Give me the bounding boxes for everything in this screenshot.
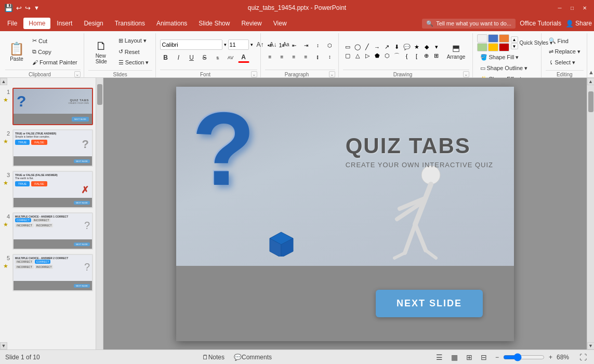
slide-thumb-3[interactable]: 3 ★ TRUE or FALSE (FALSE ANSWER) The ear… [3, 171, 93, 208]
replace-btn[interactable]: ⇌ Replace ▾ [546, 47, 584, 57]
menu-view[interactable]: View [268, 18, 292, 29]
copy-btn[interactable]: ⧉ Copy [29, 47, 81, 57]
shape-bracket[interactable]: [ [412, 52, 421, 60]
shape-diamond[interactable]: ◆ [422, 43, 431, 51]
slide-img-3[interactable]: TRUE or FALSE (FALSE ANSWER) The earth i… [12, 171, 93, 208]
slide-thumb-4[interactable]: 4 ★ MULTIPLE CHOICE - ANSWER 1 CORRECT C… [3, 212, 93, 250]
menu-transitions[interactable]: Transitions [110, 18, 150, 29]
shape-minus[interactable]: ⊞ [432, 52, 441, 60]
panel-scroll-up[interactable]: ▲ [0, 78, 7, 85]
maximize-btn[interactable]: □ [567, 3, 577, 12]
shape-arrow[interactable]: → [373, 43, 382, 51]
bullets-btn[interactable]: •≡ [265, 41, 275, 50]
panel-thumb[interactable] [97, 84, 102, 105]
char-spacing-btn[interactable]: AV [225, 52, 236, 63]
redo-btn[interactable]: ↪ [25, 4, 31, 12]
shape-curve[interactable]: ⌒ [392, 52, 402, 60]
clipboard-expand[interactable]: ⌄ [74, 71, 81, 77]
menu-slideshow[interactable]: Slide Show [193, 18, 235, 29]
shape-rect[interactable]: ▭ [343, 43, 352, 51]
minimize-btn[interactable]: ─ [555, 3, 565, 12]
font-size-input[interactable] [228, 39, 249, 50]
share-btn[interactable]: 👤 Share [565, 20, 592, 28]
presentation-btn[interactable]: ⊟ [479, 352, 489, 362]
align-center-btn[interactable]: ≡ [277, 52, 287, 61]
decrease-indent-btn[interactable]: ⇤ [289, 41, 299, 50]
align-right-btn[interactable]: ≡ [289, 52, 299, 61]
zoom-slider[interactable] [503, 354, 545, 361]
font-color-btn[interactable]: A [238, 52, 249, 63]
align-left-btn[interactable]: ≡ [265, 52, 275, 61]
shadow-btn[interactable]: s [212, 52, 223, 63]
section-btn[interactable]: ☰ Section ▾ [115, 58, 152, 68]
style-swatch-5[interactable] [488, 43, 498, 51]
menu-review[interactable]: Review [236, 18, 267, 29]
next-slide-btn[interactable]: NEXT SLIDE [376, 290, 483, 317]
menu-home[interactable]: Home [23, 18, 50, 29]
normal-view-btn[interactable]: ☰ [434, 352, 445, 362]
shape-fill-btn[interactable]: 🪣 Shape Fill ▾ [477, 52, 552, 62]
italic-btn[interactable]: I [173, 52, 184, 63]
ribbon-collapse-btn[interactable]: ▲ [588, 33, 594, 77]
zoom-in-btn[interactable]: + [547, 353, 555, 362]
style-swatch-4[interactable] [477, 43, 487, 51]
underline-btn[interactable]: U [186, 52, 197, 63]
search-box[interactable]: 🔍 Tell me what you want to do... [422, 19, 516, 29]
line-spacing-btn[interactable]: ↕ [325, 52, 335, 61]
styles-up-btn[interactable]: ▲ [511, 36, 518, 43]
shape-more[interactable]: ▾ [432, 43, 441, 51]
shape-rtarrow[interactable]: ▷ [363, 52, 372, 60]
arrange-btn[interactable]: ⬒ Arrange [443, 41, 469, 62]
shape-hex[interactable]: ⬡ [382, 52, 392, 60]
bold-btn[interactable]: B [160, 52, 171, 63]
numbered-btn[interactable]: 1≡ [277, 41, 287, 50]
menu-design[interactable]: Design [78, 18, 108, 29]
reset-btn[interactable]: ↺ Reset [115, 47, 152, 57]
slide-sorter-btn[interactable]: ▦ [449, 352, 460, 362]
shape-connector[interactable]: ↗ [382, 43, 392, 51]
para-expand[interactable]: ⌄ [329, 71, 335, 77]
justify-btn[interactable]: ≡ [301, 52, 311, 61]
paste-btn[interactable]: 📋 Paste [5, 39, 28, 64]
right-thumb[interactable] [588, 91, 593, 112]
quick-access-icon[interactable]: ▼ [34, 5, 39, 11]
drawing-expand[interactable]: ⌄ [463, 71, 469, 77]
slide-thumb-1[interactable]: 1 ★ ? QUIZ TABS CREATE YOUR OWN [3, 88, 93, 125]
columns-btn[interactable]: ⫿ [313, 52, 323, 61]
strikethrough-btn[interactable]: S [199, 52, 210, 63]
new-slide-btn[interactable]: 🗋 NewSlide [88, 37, 114, 67]
style-swatch-6[interactable] [499, 43, 509, 51]
font-family-input[interactable] [160, 39, 222, 50]
slide-thumb-2[interactable]: 2 ★ TRUE or FALSE (TRUE ANSWER) Simple i… [3, 129, 93, 167]
style-swatch-2[interactable] [488, 34, 498, 43]
shape-down-arr[interactable]: ⬇ [392, 43, 402, 51]
slide-thumb-5[interactable]: 5 ★ MULTIPLE CHOICE - ANSWER 2 CORRECT I… [3, 254, 93, 291]
font-size-arrow[interactable]: ▾ [250, 42, 253, 47]
text-direction-btn[interactable]: ↕ [313, 41, 323, 50]
close-btn[interactable]: ✕ [579, 3, 590, 12]
slide-img-5[interactable]: MULTIPLE CHOICE - ANSWER 2 CORRECT INCOR… [12, 254, 93, 291]
comments-btn[interactable]: 💬 Comments [232, 353, 274, 362]
zoom-out-btn[interactable]: − [493, 353, 501, 362]
font-expand[interactable]: ⌄ [251, 71, 257, 77]
shape-outline-btn[interactable]: ▭ Shape Outline ▾ [477, 63, 552, 73]
font-family-arrow[interactable]: ▾ [224, 42, 227, 47]
slide-img-2[interactable]: TRUE or FALSE (TRUE ANSWER) Simple is be… [12, 129, 93, 167]
shape-circle[interactable]: ◯ [353, 43, 362, 51]
layout-btn[interactable]: ⊞ Layout ▾ [115, 36, 152, 46]
shape-star[interactable]: ★ [412, 43, 421, 51]
cut-btn[interactable]: ✂ Cut [29, 36, 81, 46]
menu-animations[interactable]: Animations [151, 18, 192, 29]
shape-line[interactable]: ╱ [363, 43, 372, 51]
convert-smartart-btn[interactable]: ⬡ [325, 41, 335, 50]
style-swatch-1[interactable] [477, 34, 487, 43]
slide-img-1[interactable]: ? QUIZ TABS CREATE YOUR OWN NEXT SLIDE [12, 88, 93, 125]
menu-insert[interactable]: Insert [51, 18, 77, 29]
office-tutorials-btn[interactable]: Office Tutorials [520, 20, 561, 27]
shape-brace[interactable]: { [402, 52, 412, 60]
format-painter-btn[interactable]: 🖌 Format Painter [29, 58, 81, 67]
slide-img-4[interactable]: MULTIPLE CHOICE - ANSWER 1 CORRECT CORRE… [12, 212, 93, 250]
undo-btn[interactable]: ↩ [16, 4, 22, 12]
reading-view-btn[interactable]: ⊞ [464, 352, 474, 362]
styles-down-btn[interactable]: ▼ [511, 43, 518, 49]
